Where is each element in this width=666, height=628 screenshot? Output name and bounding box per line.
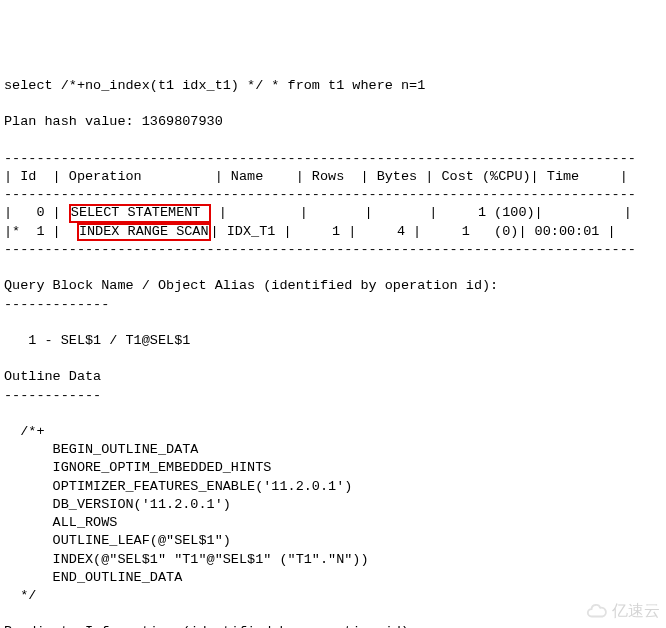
plan-hash: Plan hash value: 1369807930	[4, 114, 223, 129]
plan-row-1-pre: |* 1 |	[4, 224, 77, 239]
plan-row-1-post: | IDX_T1 | 1 | 4 | 1 (0)| 00:00:01 |	[211, 224, 616, 239]
sql-statement: select /*+no_index(t1 idx_t1) */ * from …	[4, 78, 425, 93]
separator: ----------------------------------------…	[4, 187, 636, 202]
separator: ----------------------------------------…	[4, 151, 636, 166]
qbn-line: 1 - SEL$1 / T1@SEL$1	[4, 333, 190, 348]
outline-line: DB_VERSION('11.2.0.1')	[4, 497, 231, 512]
outline-line: OUTLINE_LEAF(@"SEL$1")	[4, 533, 231, 548]
outline-close: */	[4, 588, 36, 603]
plan-op-index-range-scan: INDEX RANGE SCAN	[77, 223, 211, 242]
predicate-header: Predicate Information (identified by ope…	[4, 624, 417, 628]
plan-row-0-post: | | | | 1 (100)| |	[211, 205, 632, 220]
outline-line: OPTIMIZER_FEATURES_ENABLE('11.2.0.1')	[4, 479, 352, 494]
separator: ----------------------------------------…	[4, 242, 636, 257]
watermark: 亿速云	[586, 600, 660, 622]
separator: ------------	[4, 388, 101, 403]
outline-line: BEGIN_OUTLINE_DATA	[4, 442, 198, 457]
plan-op-select-statement: SELECT STATEMENT	[69, 204, 211, 223]
outline-line: INDEX(@"SEL$1" "T1"@"SEL$1" ("T1"."N"))	[4, 552, 369, 567]
outline-line: END_OUTLINE_DATA	[4, 570, 182, 585]
watermark-text: 亿速云	[612, 600, 660, 622]
outline-header: Outline Data	[4, 369, 101, 384]
plan-row-0-pre: | 0 |	[4, 205, 69, 220]
plan-header-row: | Id | Operation | Name | Rows | Bytes |…	[4, 169, 628, 184]
qbn-header: Query Block Name / Object Alias (identif…	[4, 278, 498, 293]
outline-line: IGNORE_OPTIM_EMBEDDED_HINTS	[4, 460, 271, 475]
cloud-icon	[586, 600, 608, 622]
outline-open: /*+	[4, 424, 45, 439]
separator: -------------	[4, 297, 109, 312]
outline-line: ALL_ROWS	[4, 515, 117, 530]
